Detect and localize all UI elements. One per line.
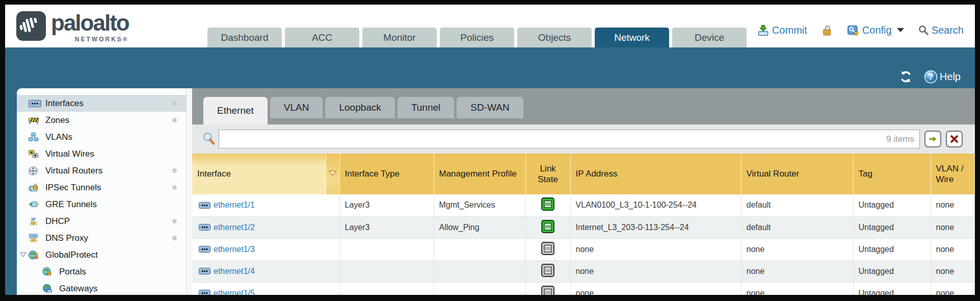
- sidebar-item-gre-tunnels[interactable]: GRE Tunnels: [17, 196, 186, 213]
- app-background: paloalto NETWORKS® DashboardACCMonitorPo…: [5, 5, 975, 295]
- cell-ip-address: none: [570, 238, 741, 260]
- column-header-link-state[interactable]: Link State: [525, 154, 570, 194]
- cell-vlan-wire: none: [931, 216, 975, 238]
- tab-ethernet[interactable]: Ethernet: [203, 97, 268, 124]
- cell-interface-type: [339, 260, 434, 282]
- refresh-icon[interactable]: [899, 70, 913, 83]
- interface-icon: [199, 290, 210, 295]
- nav-tab-acc[interactable]: ACC: [285, 28, 359, 47]
- svg-text:DNS: DNS: [30, 234, 37, 237]
- sidebar-item-label: VLANs: [45, 132, 72, 142]
- tab-vlan[interactable]: VLAN: [270, 97, 323, 118]
- sidebar-item-ipsec-tunnels[interactable]: IPSec Tunnels: [17, 179, 186, 196]
- cell-interface-type: Layer3: [339, 216, 434, 238]
- column-sort-button[interactable]: [326, 154, 339, 194]
- cell-link-state: [525, 238, 570, 260]
- nav-tab-network[interactable]: Network: [595, 28, 669, 47]
- nav-tab-device[interactable]: Device: [672, 28, 747, 47]
- tab-tunnel[interactable]: Tunnel: [398, 97, 454, 118]
- sidebar-item-virtual-routers[interactable]: Virtual Routers: [17, 162, 186, 179]
- interface-link[interactable]: ethernet1/5: [199, 289, 334, 295]
- ipsec-tunnels-icon: [29, 184, 42, 191]
- cell-virtual-router: none: [741, 260, 853, 282]
- dns-proxy-icon: DNS: [29, 234, 42, 243]
- cell-tag: Untagged: [853, 238, 931, 260]
- filter-input[interactable]: [224, 135, 882, 144]
- sidebar-item-label: Portals: [59, 267, 86, 277]
- cell-vlan-wire: none: [931, 282, 975, 295]
- nav-tab-dashboard[interactable]: Dashboard: [207, 28, 282, 47]
- sidebar-scrollbar[interactable]: [186, 88, 192, 295]
- commit-button[interactable]: Commit: [757, 24, 807, 36]
- cell-link-state: [525, 194, 570, 216]
- help-button[interactable]: ? Help: [924, 70, 961, 84]
- sidebar-item-gateways[interactable]: Gateways: [17, 280, 186, 295]
- column-header-management-profile[interactable]: Management Profile: [434, 154, 525, 194]
- sidebar-item-dns-proxy[interactable]: DNSDNS Proxy: [17, 230, 186, 246]
- sidebar-item-zones[interactable]: Zones: [17, 112, 186, 129]
- sidebar-item-dhcp[interactable]: IPDHCP: [17, 213, 186, 230]
- column-header-virtual-router[interactable]: Virtual Router: [741, 154, 853, 194]
- vlans-icon: [29, 133, 42, 141]
- column-header-tag[interactable]: Tag: [853, 154, 931, 194]
- sidebar-item-interfaces[interactable]: Interfaces: [17, 95, 186, 112]
- sidebar-item-vlans[interactable]: VLANs: [17, 129, 186, 145]
- dot-indicator: [172, 185, 177, 190]
- interface-icon: [199, 268, 210, 274]
- table-row: ethernet1/1Layer3Mgmt_ServicesVLAN0100_L…: [192, 194, 975, 216]
- help-icon: ?: [924, 70, 938, 84]
- filter-input-box: 9 items: [219, 130, 920, 148]
- expander-icon[interactable]: [20, 252, 29, 258]
- column-header-ip-address[interactable]: IP Address: [570, 154, 741, 194]
- nav-tab-monitor[interactable]: Monitor: [362, 28, 437, 47]
- table-row: ethernet1/2Layer3Allow_PingInternet_L3_2…: [192, 216, 975, 238]
- tab-loopback[interactable]: Loopback: [325, 97, 394, 118]
- cell-vlan-wire: none: [931, 260, 975, 282]
- sidebar-item-label: DNS Proxy: [45, 233, 88, 243]
- table-row: ethernet1/4nonenoneUntaggednone: [192, 260, 975, 282]
- column-header-vlan-wire[interactable]: VLAN / Wire: [931, 154, 975, 194]
- nav-tab-policies[interactable]: Policies: [440, 28, 514, 47]
- sidebar-item-portals[interactable]: Portals: [17, 263, 186, 280]
- interface-link[interactable]: ethernet1/4: [199, 267, 334, 276]
- column-header-interface-type[interactable]: Interface Type: [339, 154, 434, 194]
- cell-management-profile: [434, 260, 525, 282]
- interface-icon: [199, 202, 210, 209]
- sidebar-item-label: Virtual Wires: [45, 149, 94, 159]
- virtual-wires-icon: [29, 150, 42, 158]
- nav-tab-objects[interactable]: Objects: [517, 28, 592, 47]
- interface-link[interactable]: ethernet1/1: [199, 200, 334, 210]
- interface-link[interactable]: ethernet1/3: [199, 245, 334, 254]
- cell-management-profile: Allow_Ping: [434, 216, 525, 238]
- cell-interface-type: [339, 238, 434, 260]
- interface-name: ethernet1/2: [214, 223, 255, 232]
- interface-type-tabs: EthernetVLANLoopbackTunnelSD-WAN: [203, 97, 526, 124]
- sidebar-item-globalprotect[interactable]: GlobalProtect: [17, 246, 186, 263]
- config-menu-button[interactable]: Config: [847, 24, 904, 36]
- interface-icon: [199, 246, 210, 253]
- tab-sd-wan[interactable]: SD-WAN: [457, 97, 523, 118]
- sidebar-item-virtual-wires[interactable]: Virtual Wires: [17, 145, 186, 162]
- clear-filter-button[interactable]: [946, 131, 963, 147]
- config-label: Config: [862, 24, 892, 36]
- search-button[interactable]: Search: [918, 24, 964, 36]
- dhcp-icon: IP: [29, 217, 42, 226]
- interface-link[interactable]: ethernet1/2: [199, 223, 334, 232]
- interfaces-icon: [29, 100, 42, 107]
- link-down-icon: [541, 242, 554, 255]
- cell-virtual-router: none: [741, 282, 853, 295]
- table-header: InterfaceInterface TypeManagement Profil…: [192, 154, 975, 194]
- cell-virtual-router: default: [741, 194, 853, 216]
- zones-icon: [29, 116, 42, 124]
- paloalto-logo: paloalto NETWORKS®: [16, 9, 129, 43]
- sidebar-nav: InterfacesZonesVLANsVirtual WiresVirtual…: [17, 88, 186, 295]
- top-bar: paloalto NETWORKS® DashboardACCMonitorPo…: [5, 5, 975, 47]
- cell-interface-type: Layer3: [339, 194, 434, 216]
- top-actions: Commit Config: [757, 24, 964, 36]
- filter-search-icon: [202, 132, 215, 146]
- lock-icon[interactable]: [822, 24, 833, 36]
- apply-filter-button[interactable]: [924, 131, 941, 147]
- content-header: EthernetVLANLoopbackTunnelSD-WAN: [192, 88, 975, 124]
- svg-text:IP: IP: [31, 217, 35, 222]
- column-header-interface[interactable]: Interface: [192, 154, 326, 194]
